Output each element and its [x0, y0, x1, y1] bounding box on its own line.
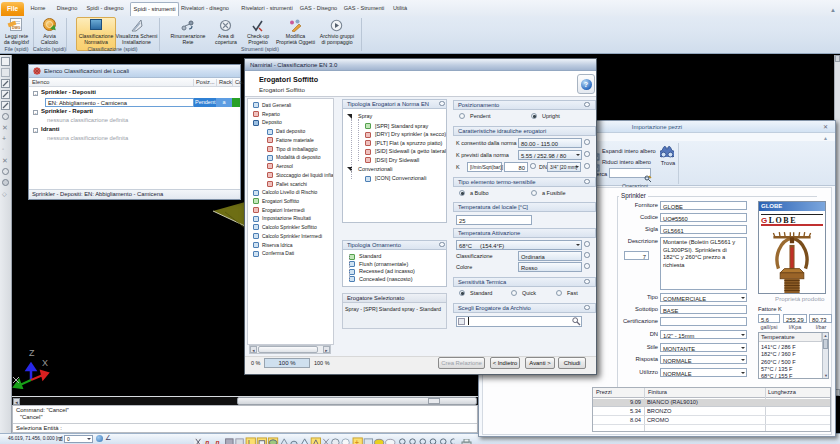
svg-text:Z: Z: [29, 348, 35, 358]
svg-text:n: n: [215, 439, 219, 444]
svg-text:L: L: [248, 439, 252, 444]
svg-text:X: X: [42, 358, 48, 368]
svg-text:+: +: [355, 439, 359, 444]
svg-text:n: n: [205, 439, 209, 444]
